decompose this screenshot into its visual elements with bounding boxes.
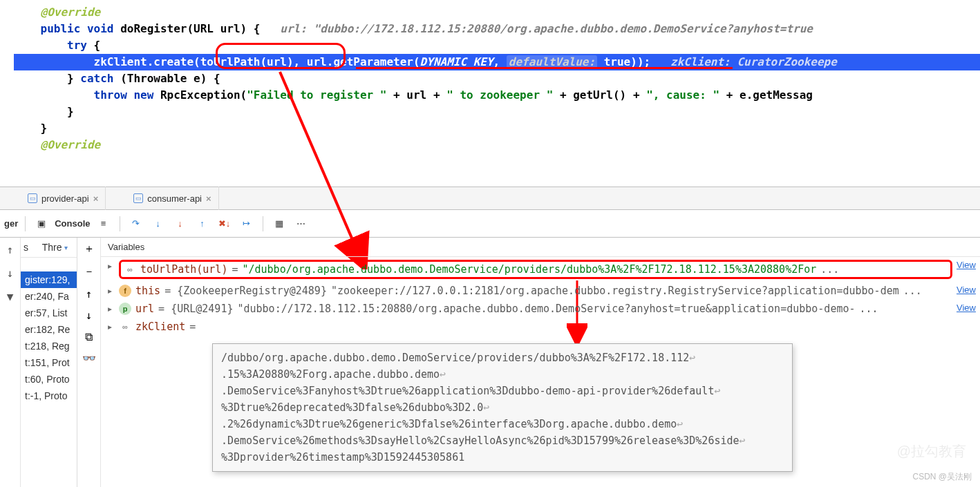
code-line: try { [14,37,980,54]
watermark: @拉勾教育 [897,442,966,461]
step-over-icon[interactable]: ↷ [127,215,145,233]
drop-frame-icon[interactable]: ✖↓ [216,215,234,233]
code-line: @Override [14,4,980,21]
code-line: public void doRegister(URL url) { url: "… [14,21,980,37]
more-icon[interactable]: ⋯ [292,215,310,233]
module-icon: ▭ [133,193,143,203]
step-into-icon[interactable]: ↓ [149,215,167,233]
equals: = [232,263,238,276]
code-line: throw new RpcException("Failed to regist… [14,87,980,104]
force-step-into-icon[interactable]: ↓ [171,215,189,233]
debugger-label: ger [4,218,18,229]
move-up-icon[interactable]: ↑ [86,287,93,300]
tooltip-line: %3Dprovider%26timestamp%3D1592445305861 [221,451,464,464]
variables-header: Variables [101,238,980,257]
variable-name: this [135,285,160,297]
frames-buttons: ↑ ↓ ▼ [0,238,21,487]
stack-frame[interactable]: t:-1, Proto [21,388,77,404]
stack-frame[interactable]: t:218, Reg [21,338,77,354]
module-icon: ▭ [28,193,37,203]
evaluate-expression-icon[interactable]: ▦ [270,215,288,233]
tooltip-line: .DemoService%26methods%3DsayHello%2CsayH… [221,435,739,447]
variable-name: toUrlPath(url) [140,263,227,276]
watch-icon: ∞ [119,321,131,333]
view-link[interactable]: View [957,285,976,295]
glasses-icon[interactable]: 👓 [82,352,96,365]
remove-watch-icon[interactable]: － [84,265,95,279]
watch-icon: ∞ [124,263,136,276]
tab-label: consumer-api [147,193,202,204]
tooltip-line: .DemoService%3Fanyhost%3Dtrue%26applicat… [221,385,714,397]
stack-frame[interactable]: t:60, Proto [21,371,77,388]
code-line: } [14,104,980,120]
filter-frames-icon[interactable]: ▼ [3,289,18,304]
copy-icon[interactable]: ⧉ [85,330,93,343]
close-icon[interactable]: × [206,193,211,204]
step-out-icon[interactable]: ↑ [194,215,211,233]
tooltip-line: .2%26dynamic%3Dtrue%26generic%3Dfalse%26… [221,418,677,430]
stack-frame[interactable]: gister:129, [21,271,77,288]
debug-toolbar: ger ▣ Console ≡ ↷ ↓ ↓ ↑ ✖↓ ↦ ▦ ⋯ [0,210,980,238]
tooltip-line: %3Dtrue%26deprecated%3Dfalse%26dubbo%3D2… [221,401,483,414]
variable-name: url [135,303,154,315]
code-line: @Override [14,137,980,153]
stack-frame[interactable]: er:240, Fa [21,288,77,305]
variable-row-this[interactable]: ▸ f this = {ZookeeperRegistry@2489} "zoo… [101,282,980,300]
variable-row-url[interactable]: ▸ p url = {URL@2491} "dubbo://172.18.112… [101,300,980,318]
variable-name: zkClient [135,321,185,333]
tooltip-line: /dubbo/org.apache.dubbo.demo.DemoService… [221,352,689,364]
code-line: } catch (Throwable e) { [14,70,980,87]
field-icon: f [119,285,131,297]
view-link[interactable]: View [957,260,976,270]
variable-value: "dubbo://172.18.112.15:20880/org.apache.… [237,303,855,315]
variable-row-tourlpath[interactable]: ▸ ∞ toUrlPath(url) = "/dubbo/org.apache.… [101,257,980,282]
csdn-attribution: CSDN @吴法刚 [912,471,972,483]
expander-icon[interactable]: ▸ [105,303,115,315]
tab-label: provider-api [41,193,89,204]
threads-icon[interactable]: ≡ [95,215,113,233]
stack-frame[interactable]: t:151, Prot [21,354,77,371]
highlighted-exec-line: zkClient.create(toUrlPath(url), url.getP… [14,54,980,70]
console-label[interactable]: Console [55,218,90,229]
tab-provider-api[interactable]: ▭ provider-api × [21,187,106,210]
value-tooltip: /dubbo/org.apache.dubbo.demo.DemoService… [212,343,793,472]
next-frame-icon[interactable]: ↓ [3,265,18,280]
stack-frame[interactable]: er:57, List [21,305,77,321]
variable-value: "/dubbo/org.apache.dubbo.demo.DemoServic… [242,263,816,276]
editor-tabs-bar: ▭ provider-api × ▭ consumer-api × [0,187,980,210]
frames-list[interactable]: s Thre ▾ gister:129, er:240, Fa er:57, L… [21,238,77,487]
variables-buttons: ＋ － ↑ ↓ ⧉ 👓 [77,238,101,487]
variable-row-zkclient[interactable]: ▸ ∞ zkClient = [101,318,980,336]
frames-header: s Thre ▾ [21,238,77,258]
param-icon: p [119,303,131,315]
expander-icon[interactable]: ▸ [105,260,115,272]
expander-icon[interactable]: ▸ [105,321,115,333]
tab-consumer-api[interactable]: ▭ consumer-api × [126,187,218,210]
add-watch-icon[interactable]: ＋ [84,242,95,256]
console-tab-icon[interactable]: ▣ [32,215,50,233]
stack-frame[interactable]: er:182, Re [21,321,77,338]
close-icon[interactable]: × [93,193,99,204]
view-link[interactable]: View [957,303,976,313]
move-down-icon[interactable]: ↓ [86,309,93,322]
code-line: } [14,120,980,137]
tooltip-line: .15%3A20880%2Forg.apache.dubbo.demo [221,368,440,381]
run-to-cursor-icon[interactable]: ↦ [238,215,256,233]
frames-column: ↑ ↓ ▼ s Thre ▾ gister:129, er:240, Fa er… [0,238,77,487]
prev-frame-icon[interactable]: ↑ [3,242,18,257]
expander-icon[interactable]: ▸ [105,285,115,297]
code-editor[interactable]: @Override public void doRegister(URL url… [0,0,980,187]
variable-value: "zookeeper://127.0.0.1:2181/org.apache.d… [331,285,899,297]
